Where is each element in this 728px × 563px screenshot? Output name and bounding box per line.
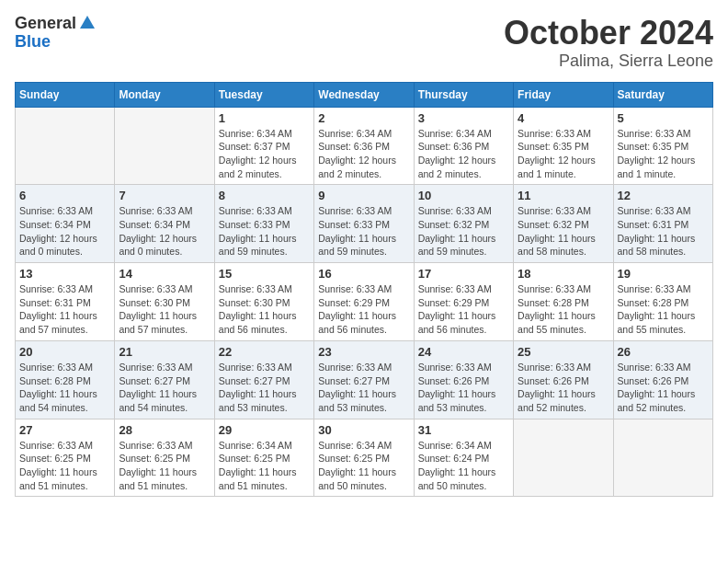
calendar-cell: 5Sunrise: 6:33 AM Sunset: 6:35 PM Daylig… (613, 107, 712, 185)
day-number: 9 (318, 189, 409, 202)
calendar-cell: 14Sunrise: 6:33 AM Sunset: 6:30 PM Dayli… (115, 263, 214, 341)
day-info: Sunrise: 6:33 AM Sunset: 6:33 PM Dayligh… (219, 204, 310, 259)
calendar-cell: 4Sunrise: 6:33 AM Sunset: 6:35 PM Daylig… (514, 107, 613, 185)
calendar-week-row: 27Sunrise: 6:33 AM Sunset: 6:25 PM Dayli… (16, 419, 713, 497)
title-section: October 2024 Palima, Sierra Leone (504, 15, 713, 71)
calendar-cell: 8Sunrise: 6:33 AM Sunset: 6:33 PM Daylig… (214, 185, 313, 263)
day-info: Sunrise: 6:33 AM Sunset: 6:28 PM Dayligh… (19, 361, 110, 415)
calendar-header-wednesday: Wednesday (314, 82, 414, 107)
day-info: Sunrise: 6:33 AM Sunset: 6:32 PM Dayligh… (418, 204, 509, 259)
logo-icon (78, 14, 97, 32)
calendar-cell: 22Sunrise: 6:33 AM Sunset: 6:27 PM Dayli… (214, 340, 313, 419)
day-info: Sunrise: 6:33 AM Sunset: 6:35 PM Dayligh… (518, 127, 609, 181)
calendar-cell: 9Sunrise: 6:33 AM Sunset: 6:33 PM Daylig… (314, 185, 414, 263)
day-info: Sunrise: 6:34 AM Sunset: 6:36 PM Dayligh… (318, 127, 409, 181)
month-title: October 2024 (504, 15, 713, 52)
day-number: 10 (418, 189, 509, 202)
calendar-header-tuesday: Tuesday (214, 82, 313, 107)
logo-blue-text: Blue (15, 33, 51, 52)
day-number: 20 (19, 345, 110, 359)
day-info: Sunrise: 6:33 AM Sunset: 6:27 PM Dayligh… (219, 361, 310, 415)
calendar-cell: 3Sunrise: 6:34 AM Sunset: 6:36 PM Daylig… (414, 107, 513, 185)
day-number: 12 (618, 189, 709, 202)
calendar-cell: 10Sunrise: 6:33 AM Sunset: 6:32 PM Dayli… (414, 185, 513, 263)
day-info: Sunrise: 6:33 AM Sunset: 6:35 PM Dayligh… (618, 127, 709, 181)
day-number: 4 (518, 111, 609, 125)
calendar-cell: 19Sunrise: 6:33 AM Sunset: 6:28 PM Dayli… (613, 263, 712, 341)
calendar-cell: 24Sunrise: 6:33 AM Sunset: 6:26 PM Dayli… (414, 340, 513, 419)
calendar-header-sunday: Sunday (16, 82, 115, 107)
day-number: 21 (119, 345, 210, 359)
day-info: Sunrise: 6:34 AM Sunset: 6:25 PM Dayligh… (219, 439, 310, 493)
day-number: 18 (518, 267, 609, 281)
calendar-header-saturday: Saturday (613, 82, 712, 107)
day-number: 5 (618, 111, 709, 125)
day-number: 22 (219, 345, 310, 359)
day-info: Sunrise: 6:33 AM Sunset: 6:26 PM Dayligh… (518, 361, 609, 415)
day-info: Sunrise: 6:33 AM Sunset: 6:28 PM Dayligh… (518, 282, 609, 337)
day-number: 29 (219, 423, 310, 437)
day-number: 17 (418, 267, 509, 281)
calendar-cell: 21Sunrise: 6:33 AM Sunset: 6:27 PM Dayli… (115, 340, 214, 419)
day-info: Sunrise: 6:33 AM Sunset: 6:34 PM Dayligh… (19, 204, 110, 259)
calendar-cell (514, 419, 613, 497)
calendar-cell (613, 419, 712, 497)
calendar-cell: 27Sunrise: 6:33 AM Sunset: 6:25 PM Dayli… (16, 419, 115, 497)
day-number: 15 (219, 267, 310, 281)
calendar-cell: 7Sunrise: 6:33 AM Sunset: 6:34 PM Daylig… (115, 185, 214, 263)
calendar-cell: 31Sunrise: 6:34 AM Sunset: 6:24 PM Dayli… (414, 419, 513, 497)
logo-general-text: General (15, 15, 76, 33)
logo: General Blue (15, 15, 97, 52)
calendar-cell: 29Sunrise: 6:34 AM Sunset: 6:25 PM Dayli… (214, 419, 313, 497)
calendar-cell (16, 107, 115, 185)
day-number: 1 (219, 111, 310, 125)
svg-marker-0 (80, 16, 95, 29)
day-info: Sunrise: 6:33 AM Sunset: 6:34 PM Dayligh… (119, 204, 210, 259)
calendar-cell: 16Sunrise: 6:33 AM Sunset: 6:29 PM Dayli… (314, 263, 414, 341)
calendar-cell: 28Sunrise: 6:33 AM Sunset: 6:25 PM Dayli… (115, 419, 214, 497)
page-header: General Blue October 2024 Palima, Sierra… (15, 15, 713, 71)
calendar-cell: 1Sunrise: 6:34 AM Sunset: 6:37 PM Daylig… (214, 107, 313, 185)
day-info: Sunrise: 6:33 AM Sunset: 6:29 PM Dayligh… (318, 282, 409, 337)
day-number: 3 (418, 111, 509, 125)
calendar-cell: 25Sunrise: 6:33 AM Sunset: 6:26 PM Dayli… (514, 340, 613, 419)
day-number: 6 (19, 189, 110, 202)
calendar-week-row: 20Sunrise: 6:33 AM Sunset: 6:28 PM Dayli… (16, 340, 713, 419)
day-number: 7 (119, 189, 210, 202)
day-info: Sunrise: 6:33 AM Sunset: 6:27 PM Dayligh… (119, 361, 210, 415)
calendar-cell: 11Sunrise: 6:33 AM Sunset: 6:32 PM Dayli… (514, 185, 613, 263)
day-number: 28 (119, 423, 210, 437)
day-info: Sunrise: 6:33 AM Sunset: 6:27 PM Dayligh… (318, 361, 409, 415)
day-info: Sunrise: 6:33 AM Sunset: 6:25 PM Dayligh… (19, 439, 110, 493)
day-number: 24 (418, 345, 509, 359)
calendar-week-row: 1Sunrise: 6:34 AM Sunset: 6:37 PM Daylig… (16, 107, 713, 185)
day-info: Sunrise: 6:33 AM Sunset: 6:33 PM Dayligh… (318, 204, 409, 259)
day-info: Sunrise: 6:33 AM Sunset: 6:31 PM Dayligh… (19, 282, 110, 337)
day-info: Sunrise: 6:33 AM Sunset: 6:26 PM Dayligh… (618, 361, 709, 415)
day-number: 19 (618, 267, 709, 281)
calendar-cell: 6Sunrise: 6:33 AM Sunset: 6:34 PM Daylig… (16, 185, 115, 263)
calendar-header-thursday: Thursday (414, 82, 513, 107)
calendar-table: SundayMondayTuesdayWednesdayThursdayFrid… (15, 82, 713, 498)
day-number: 13 (19, 267, 110, 281)
calendar-cell (115, 107, 214, 185)
day-info: Sunrise: 6:33 AM Sunset: 6:32 PM Dayligh… (518, 204, 609, 259)
calendar-cell: 30Sunrise: 6:34 AM Sunset: 6:25 PM Dayli… (314, 419, 414, 497)
day-info: Sunrise: 6:33 AM Sunset: 6:28 PM Dayligh… (618, 282, 709, 337)
day-number: 30 (318, 423, 409, 437)
calendar-week-row: 13Sunrise: 6:33 AM Sunset: 6:31 PM Dayli… (16, 263, 713, 341)
day-number: 31 (418, 423, 509, 437)
calendar-cell: 23Sunrise: 6:33 AM Sunset: 6:27 PM Dayli… (314, 340, 414, 419)
day-info: Sunrise: 6:33 AM Sunset: 6:29 PM Dayligh… (418, 282, 509, 337)
calendar-header-friday: Friday (514, 82, 613, 107)
day-info: Sunrise: 6:34 AM Sunset: 6:24 PM Dayligh… (418, 439, 509, 493)
day-info: Sunrise: 6:33 AM Sunset: 6:30 PM Dayligh… (119, 282, 210, 337)
day-info: Sunrise: 6:34 AM Sunset: 6:25 PM Dayligh… (318, 439, 409, 493)
day-number: 16 (318, 267, 409, 281)
location-title: Palima, Sierra Leone (504, 52, 713, 71)
calendar-cell: 26Sunrise: 6:33 AM Sunset: 6:26 PM Dayli… (613, 340, 712, 419)
day-number: 23 (318, 345, 409, 359)
day-number: 8 (219, 189, 310, 202)
day-number: 11 (518, 189, 609, 202)
calendar-cell: 18Sunrise: 6:33 AM Sunset: 6:28 PM Dayli… (514, 263, 613, 341)
